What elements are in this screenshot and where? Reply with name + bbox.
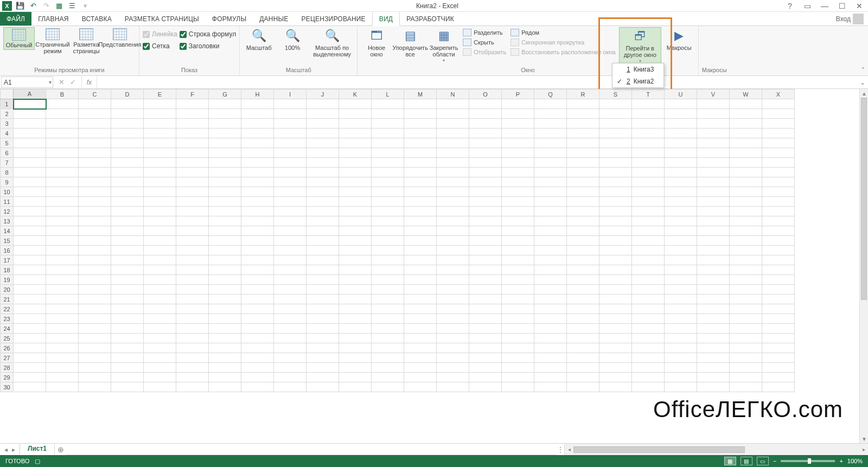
cell-C11[interactable] — [79, 197, 111, 207]
cell-R14[interactable] — [567, 226, 599, 236]
cell-J25[interactable] — [307, 334, 339, 343]
cell-M1[interactable] — [404, 99, 437, 109]
row-header-1[interactable]: 1 — [1, 99, 14, 109]
cell-G13[interactable] — [209, 216, 241, 226]
cell-T20[interactable] — [632, 285, 665, 295]
cell-M17[interactable] — [404, 255, 437, 265]
cell-D18[interactable] — [111, 265, 144, 275]
macro-record-icon[interactable]: ▢ — [35, 458, 40, 465]
cell-A19[interactable] — [14, 275, 46, 285]
row-header-25[interactable]: 25 — [1, 334, 14, 343]
cell-B30[interactable] — [46, 382, 79, 392]
cell-N4[interactable] — [437, 129, 469, 138]
cell-V4[interactable] — [697, 129, 730, 138]
cell-M25[interactable] — [404, 334, 437, 343]
cell-R15[interactable] — [567, 236, 599, 246]
cell-B14[interactable] — [46, 226, 79, 236]
cell-X1[interactable] — [762, 99, 795, 109]
cell-D12[interactable] — [111, 207, 144, 216]
cell-E17[interactable] — [144, 255, 176, 265]
cell-D11[interactable] — [111, 197, 144, 207]
cell-H19[interactable] — [241, 275, 274, 285]
cell-L8[interactable] — [372, 168, 404, 177]
cell-I22[interactable] — [274, 304, 307, 314]
cell-X17[interactable] — [762, 255, 795, 265]
cell-C13[interactable] — [79, 216, 111, 226]
cell-O6[interactable] — [469, 148, 502, 158]
row-header-28[interactable]: 28 — [1, 363, 14, 373]
cell-R19[interactable] — [567, 275, 599, 285]
cell-R1[interactable] — [567, 99, 599, 109]
cell-U14[interactable] — [665, 226, 697, 236]
cell-L5[interactable] — [372, 138, 404, 148]
cell-H12[interactable] — [241, 207, 274, 216]
cell-C4[interactable] — [79, 129, 111, 138]
cell-P11[interactable] — [502, 197, 534, 207]
cell-I5[interactable] — [274, 138, 307, 148]
row-header-17[interactable]: 17 — [1, 255, 14, 265]
cell-L21[interactable] — [372, 295, 404, 304]
tab-nav-last-icon[interactable]: ▸ — [12, 446, 15, 453]
cell-N21[interactable] — [437, 295, 469, 304]
cell-F25[interactable] — [176, 334, 209, 343]
cell-N3[interactable] — [437, 119, 469, 129]
cell-T25[interactable] — [632, 334, 665, 343]
cell-S17[interactable] — [599, 255, 632, 265]
cell-D1[interactable] — [111, 99, 144, 109]
cell-T7[interactable] — [632, 158, 665, 168]
cell-M10[interactable] — [404, 187, 437, 197]
cell-G26[interactable] — [209, 343, 241, 353]
cell-P10[interactable] — [502, 187, 534, 197]
cell-G22[interactable] — [209, 304, 241, 314]
cell-O26[interactable] — [469, 343, 502, 353]
cell-X21[interactable] — [762, 295, 795, 304]
cell-S5[interactable] — [599, 138, 632, 148]
cell-I8[interactable] — [274, 168, 307, 177]
cell-U30[interactable] — [665, 382, 697, 392]
cell-C23[interactable] — [79, 314, 111, 324]
cell-A20[interactable] — [14, 285, 46, 295]
cell-K8[interactable] — [339, 168, 372, 177]
cell-C27[interactable] — [79, 353, 111, 363]
cell-W15[interactable] — [730, 236, 762, 246]
cell-W24[interactable] — [730, 324, 762, 334]
cell-T6[interactable] — [632, 148, 665, 158]
cell-R29[interactable] — [567, 373, 599, 382]
cell-B27[interactable] — [46, 353, 79, 363]
cell-H11[interactable] — [241, 197, 274, 207]
cell-O21[interactable] — [469, 295, 502, 304]
cell-H7[interactable] — [241, 158, 274, 168]
cell-T21[interactable] — [632, 295, 665, 304]
new-sheet-button[interactable]: ⊕ — [55, 444, 67, 455]
cell-I18[interactable] — [274, 265, 307, 275]
cell-S29[interactable] — [599, 373, 632, 382]
cell-M23[interactable] — [404, 314, 437, 324]
cell-E4[interactable] — [144, 129, 176, 138]
zoom-level[interactable]: 100% — [847, 458, 863, 464]
row-header-21[interactable]: 21 — [1, 295, 14, 304]
cell-F7[interactable] — [176, 158, 209, 168]
cell-V7[interactable] — [697, 158, 730, 168]
row-header-26[interactable]: 26 — [1, 343, 14, 353]
cell-Q10[interactable] — [534, 187, 567, 197]
cell-B3[interactable] — [46, 119, 79, 129]
cell-K7[interactable] — [339, 158, 372, 168]
cell-U16[interactable] — [665, 246, 697, 255]
cell-P18[interactable] — [502, 265, 534, 275]
cell-U2[interactable] — [665, 109, 697, 119]
cell-T8[interactable] — [632, 168, 665, 177]
cell-W16[interactable] — [730, 246, 762, 255]
cell-H10[interactable] — [241, 187, 274, 197]
cell-A30[interactable] — [14, 382, 46, 392]
cell-A29[interactable] — [14, 373, 46, 382]
cell-R26[interactable] — [567, 343, 599, 353]
cell-R8[interactable] — [567, 168, 599, 177]
cell-V10[interactable] — [697, 187, 730, 197]
cell-F5[interactable] — [176, 138, 209, 148]
cell-R20[interactable] — [567, 285, 599, 295]
cell-N22[interactable] — [437, 304, 469, 314]
cell-F3[interactable] — [176, 119, 209, 129]
cell-H22[interactable] — [241, 304, 274, 314]
cell-V14[interactable] — [697, 226, 730, 236]
cell-N5[interactable] — [437, 138, 469, 148]
